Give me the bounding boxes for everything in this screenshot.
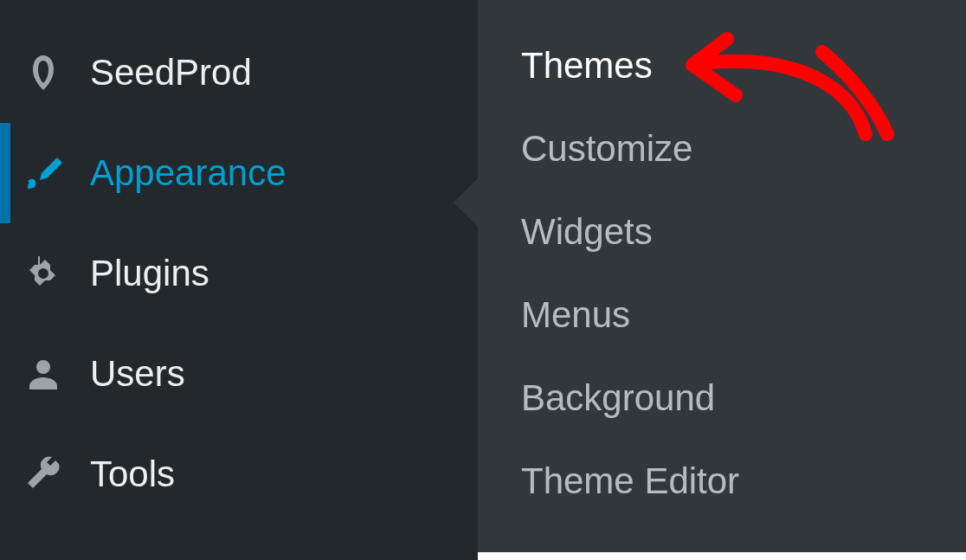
submenu-item-label: Menus: [521, 294, 630, 336]
submenu-pointer: [454, 178, 478, 227]
wrench-icon: [23, 454, 90, 495]
submenu-item-label: Themes: [521, 45, 653, 87]
sidebar-item-tools[interactable]: Tools: [0, 424, 478, 525]
submenu-item-background[interactable]: Background: [478, 357, 966, 440]
submenu-item-theme-editor[interactable]: Theme Editor: [478, 440, 966, 523]
sidebar-item-users[interactable]: Users: [0, 324, 478, 424]
sidebar-item-seedprod[interactable]: SeedProd: [0, 23, 478, 123]
submenu-item-menus[interactable]: Menus: [478, 274, 966, 357]
sidebar-item-label: Tools: [90, 454, 478, 495]
sidebar-item-label: Plugins: [90, 253, 478, 294]
submenu-item-widgets[interactable]: Widgets: [478, 190, 966, 274]
plug-icon: [23, 253, 90, 294]
sidebar-item-label: Appearance: [90, 152, 478, 194]
submenu-item-label: Background: [521, 377, 715, 419]
sidebar-item-appearance[interactable]: Appearance: [0, 123, 478, 223]
submenu-item-label: Theme Editor: [521, 460, 739, 502]
admin-sidebar: SeedProd Appearance Plugins Users Tools: [0, 0, 478, 560]
seedprod-icon: [23, 52, 90, 93]
user-icon: [23, 353, 90, 395]
submenu-item-customize[interactable]: Customize: [478, 107, 966, 190]
submenu-item-themes[interactable]: Themes: [478, 24, 966, 107]
submenu-item-label: Widgets: [521, 211, 653, 253]
sidebar-item-plugins[interactable]: Plugins: [0, 223, 478, 324]
sidebar-item-label: SeedProd: [90, 52, 478, 93]
appearance-submenu: Themes Customize Widgets Menus Backgroun…: [478, 0, 966, 552]
submenu-item-label: Customize: [521, 128, 692, 170]
brush-icon: [23, 152, 90, 194]
sidebar-item-label: Users: [90, 353, 478, 395]
